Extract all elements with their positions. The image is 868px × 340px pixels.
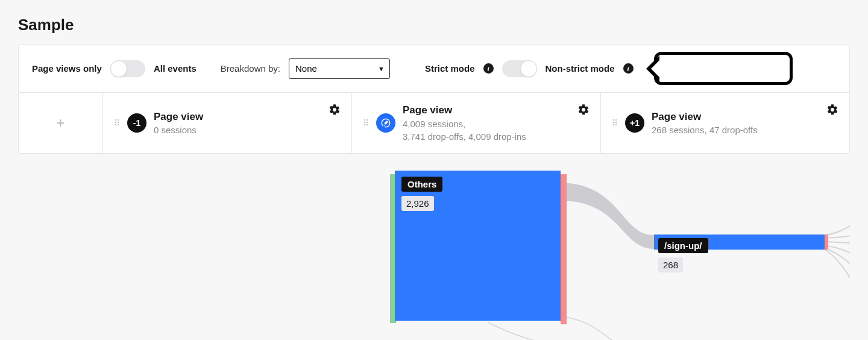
add-step-button[interactable]: + [19, 93, 103, 153]
step-subtitle: 4,009 sessions, [403, 118, 526, 130]
drop-off-strip [561, 174, 567, 324]
step-badge: -1 [127, 113, 146, 133]
funnel-steps: + ⠿ -1 Page view 0 sessions ⠿ Page view … [19, 93, 849, 153]
all-events-label: All events [154, 63, 197, 74]
drop-off-strip [825, 235, 828, 250]
breakdown-by-label: Breakdown by: [221, 63, 280, 74]
funnel-step-minus-1: ⠿ -1 Page view 0 sessions [103, 93, 352, 153]
non-strict-mode-label: Non-strict mode [546, 63, 615, 74]
filter-toolbar: Page views only All events Breakdown by:… [19, 45, 849, 93]
step-title: Page view [652, 110, 758, 124]
plus-icon: + [56, 115, 64, 131]
node-label: Others [401, 177, 442, 192]
page-views-only-label: Page views only [32, 63, 102, 74]
step-title: Page view [403, 103, 526, 118]
step-subtitle: 3,741 drop-offs, 4,009 drop-ins [403, 130, 526, 143]
step-subtitle: 0 sessions [154, 124, 203, 136]
drag-handle-icon[interactable]: ⠿ [612, 121, 618, 125]
info-icon[interactable]: i [623, 63, 634, 74]
node-value: 268 [658, 257, 683, 272]
strict-mode-toggle[interactable] [502, 60, 537, 77]
funnel-step-plus-1: ⠿ +1 Page view 268 sessions, 47 drop-off… [601, 93, 849, 153]
breakdown-dropdown[interactable]: None ▼ [289, 58, 390, 79]
page-views-toggle[interactable] [110, 60, 145, 77]
step-title: Page view [154, 110, 203, 124]
chevron-down-icon: ▼ [378, 65, 385, 72]
flow-diagram: Others 2,926 /sign-up/ 268 [18, 154, 850, 340]
rocket-icon [376, 113, 395, 133]
funnel-step-main: ⠿ Page view 4,009 sessions, 3,741 drop-o… [352, 93, 601, 153]
svg-point-1 [386, 122, 388, 123]
node-label: /sign-up/ [658, 238, 708, 253]
drag-handle-icon[interactable]: ⠿ [363, 121, 369, 125]
funnel-panel: Page views only All events Breakdown by:… [18, 44, 850, 154]
gear-icon[interactable] [577, 104, 590, 116]
strict-mode-label: Strict mode [425, 63, 475, 74]
drag-handle-icon[interactable]: ⠿ [114, 121, 120, 125]
page-title: Sample [0, 0, 868, 44]
breakdown-value: None [295, 63, 317, 74]
node-value: 2,926 [401, 196, 434, 211]
gear-icon[interactable] [826, 104, 838, 116]
info-icon[interactable]: i [483, 63, 494, 74]
gear-icon[interactable] [329, 104, 341, 116]
flow-node-others[interactable] [395, 171, 561, 321]
step-subtitle: 268 sessions, 47 drop-offs [652, 124, 758, 136]
step-badge: +1 [625, 113, 644, 133]
annotation-callout [654, 52, 793, 85]
